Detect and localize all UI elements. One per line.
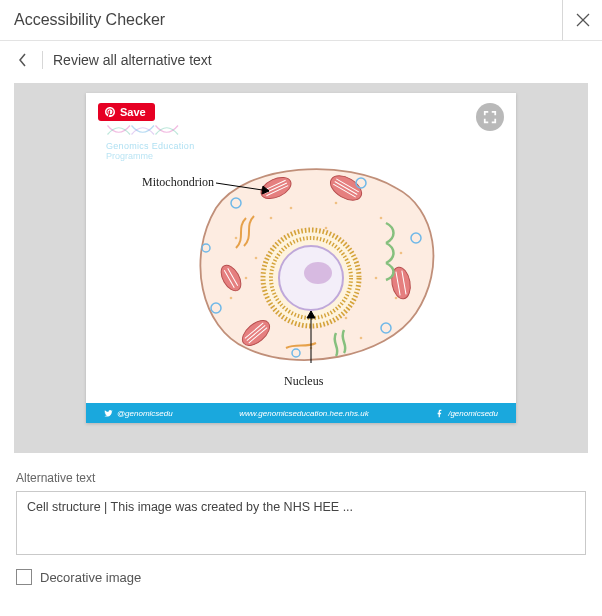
decorative-label: Decorative image (40, 570, 141, 585)
svg-point-10 (360, 337, 363, 340)
image-footer-bar: @genomicsedu www.genomicseducation.hee.n… (86, 403, 516, 423)
svg-point-15 (345, 317, 348, 320)
svg-point-9 (395, 297, 398, 300)
decorative-checkbox[interactable] (16, 569, 32, 585)
svg-point-21 (304, 262, 332, 284)
dna-icon (106, 123, 196, 137)
save-button-label: Save (120, 106, 146, 118)
svg-point-6 (335, 202, 338, 205)
svg-point-7 (380, 217, 383, 220)
svg-point-5 (290, 207, 293, 210)
expand-icon (483, 110, 497, 124)
svg-point-13 (230, 297, 233, 300)
expand-button[interactable] (476, 103, 504, 131)
save-button[interactable]: Save (98, 103, 155, 121)
svg-point-14 (255, 257, 258, 260)
svg-point-8 (400, 252, 403, 255)
svg-point-16 (375, 277, 378, 280)
pane-header: Accessibility Checker (0, 0, 602, 40)
pane-title: Accessibility Checker (14, 11, 562, 29)
svg-point-4 (270, 217, 273, 220)
decorative-row: Decorative image (16, 569, 586, 585)
svg-point-17 (325, 227, 328, 230)
svg-point-3 (245, 277, 248, 280)
subheader: Review all alternative text (0, 41, 602, 77)
close-button[interactable] (562, 0, 602, 40)
cell-diagram-svg (86, 148, 516, 393)
alt-text-input[interactable]: Cell structure | This image was created … (16, 491, 586, 555)
subheader-divider (42, 51, 43, 69)
image-preview-container: Save Genomics Educa (14, 83, 588, 453)
footer-facebook: /genomicsedu (435, 409, 498, 418)
close-icon (576, 13, 590, 27)
footer-url: www.genomicseducation.hee.nhs.uk (239, 409, 368, 418)
footer-twitter: @genomicsedu (104, 409, 173, 418)
cell-diagram (86, 148, 516, 393)
facebook-icon (435, 409, 444, 418)
image-preview: Save Genomics Educa (86, 93, 516, 423)
twitter-icon (104, 409, 113, 418)
alt-text-label: Alternative text (16, 471, 586, 485)
svg-point-2 (235, 237, 238, 240)
pinterest-icon (104, 106, 116, 118)
footer-twitter-text: @genomicsedu (117, 409, 173, 418)
footer-facebook-text: /genomicsedu (448, 409, 498, 418)
subheader-title: Review all alternative text (53, 52, 212, 68)
chevron-left-icon (18, 53, 28, 67)
back-button[interactable] (14, 51, 32, 69)
